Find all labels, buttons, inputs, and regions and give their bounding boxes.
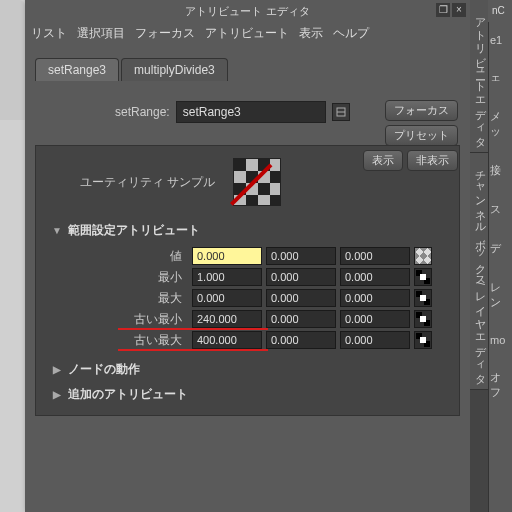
connection-marker-icon[interactable]	[414, 310, 432, 328]
connection-marker-icon[interactable]	[414, 289, 432, 307]
highlight-underline	[118, 349, 268, 351]
menu-attributes[interactable]: アトリビュート	[205, 25, 289, 42]
section-node-behavior-title: ノードの動作	[68, 361, 140, 378]
attr-value-input[interactable]	[340, 331, 410, 349]
connection-marker-icon[interactable]	[414, 331, 432, 349]
utility-sample-label: ユーティリティ サンプル	[80, 174, 215, 191]
attr-value-input[interactable]	[340, 289, 410, 307]
truncated-label: デ	[488, 229, 512, 268]
attribute-editor-window: アトリビュート エディタ ❐ × リスト 選択項目 フォーカス アトリビュート …	[25, 0, 470, 512]
window-undock-icon[interactable]: ❐	[436, 3, 450, 17]
attributes-panel: ユーティリティ サンプル ▼ 範囲設定アトリビュート 値最小最大古い最小古い最大…	[35, 145, 460, 416]
truncated-panel: nC e1ェメッ接スデレンmoオフ	[488, 0, 512, 512]
utility-sample-swatch[interactable]	[233, 158, 281, 206]
node-tabs: setRange3 multiplyDivide3	[35, 58, 460, 81]
menu-list[interactable]: リスト	[31, 25, 67, 42]
range-attribute-grid: 値最小最大古い最小古い最大	[58, 247, 443, 349]
expand-arrow-icon: ▶	[52, 389, 62, 400]
truncated-label: mo	[488, 322, 512, 358]
attr-value-input[interactable]	[340, 247, 410, 265]
truncated-label: レン	[488, 268, 512, 322]
attr-row: 古い最大	[58, 331, 443, 349]
collapse-arrow-icon: ▼	[52, 225, 62, 236]
attr-value-input[interactable]	[192, 247, 262, 265]
window-title: アトリビュート エディタ	[185, 5, 309, 17]
show-button[interactable]: 表示	[363, 150, 403, 171]
section-extra-attributes[interactable]: ▶ 追加のアトリビュート	[52, 382, 443, 407]
focus-button[interactable]: フォーカス	[385, 100, 458, 121]
attr-value-input[interactable]	[266, 310, 336, 328]
attr-row: 最小	[58, 268, 443, 286]
attr-value-input[interactable]	[340, 268, 410, 286]
hide-button[interactable]: 非表示	[407, 150, 458, 171]
attr-value-input[interactable]	[266, 331, 336, 349]
menu-display[interactable]: 表示	[299, 25, 323, 42]
attr-value-input[interactable]	[192, 268, 262, 286]
tab-setrange3[interactable]: setRange3	[35, 58, 119, 81]
truncated-label: ェ	[488, 58, 512, 97]
menubar: リスト 選択項目 フォーカス アトリビュート 表示 ヘルプ	[25, 22, 470, 44]
truncated-label: e1	[488, 22, 512, 58]
section-node-behavior[interactable]: ▶ ノードの動作	[52, 357, 443, 382]
attr-value-input[interactable]	[192, 289, 262, 307]
connection-marker-icon[interactable]	[414, 247, 432, 265]
attr-value-input[interactable]	[192, 331, 262, 349]
attr-value-input[interactable]	[266, 247, 336, 265]
expand-arrow-icon: ▶	[52, 364, 62, 375]
node-options-icon[interactable]	[332, 103, 350, 121]
truncated-label: 接	[488, 151, 512, 190]
attr-label: 最小	[58, 269, 188, 286]
truncated-label: メッ	[488, 97, 512, 151]
attr-value-input[interactable]	[266, 268, 336, 286]
preset-button[interactable]: プリセット	[385, 125, 458, 146]
tab-multiplydivide3[interactable]: multiplyDivide3	[121, 58, 228, 81]
right-dock-tabs: アトリビュート エディタ チャンネル ボックス/レイヤ エディタ	[470, 0, 488, 512]
attr-row: 最大	[58, 289, 443, 307]
truncated-label: オフ	[488, 358, 512, 412]
menu-focus[interactable]: フォーカス	[135, 25, 195, 42]
highlight-underline	[118, 328, 268, 330]
window-titlebar: アトリビュート エディタ ❐ ×	[25, 0, 470, 22]
attr-value-input[interactable]	[192, 310, 262, 328]
truncated-panel-title: nC	[488, 0, 512, 22]
menu-help[interactable]: ヘルプ	[333, 25, 369, 42]
connection-marker-icon[interactable]	[414, 268, 432, 286]
attr-label: 古い最大	[58, 332, 188, 349]
attr-value-input[interactable]	[266, 289, 336, 307]
section-range-title: 範囲設定アトリビュート	[68, 222, 200, 239]
section-range-attributes[interactable]: ▼ 範囲設定アトリビュート	[52, 218, 443, 243]
attr-row: 値	[58, 247, 443, 265]
window-close-icon[interactable]: ×	[452, 3, 466, 17]
attr-row: 古い最小	[58, 310, 443, 328]
truncated-label: ス	[488, 190, 512, 229]
menu-select[interactable]: 選択項目	[77, 25, 125, 42]
side-buttons: フォーカス プリセット 表示 非表示	[363, 100, 458, 171]
attr-label: 最大	[58, 290, 188, 307]
attr-label: 値	[58, 248, 188, 265]
node-name-label: setRange:	[115, 105, 170, 119]
viewport-edge	[0, 0, 25, 120]
attr-value-input[interactable]	[340, 310, 410, 328]
node-name-input[interactable]	[176, 101, 326, 123]
section-extra-attrs-title: 追加のアトリビュート	[68, 386, 188, 403]
attr-label: 古い最小	[58, 311, 188, 328]
